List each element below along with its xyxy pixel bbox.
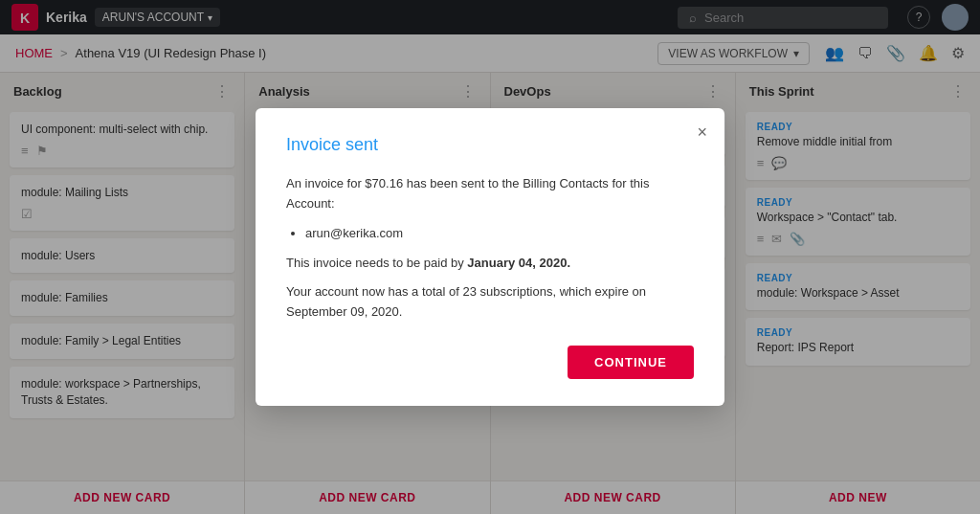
- modal-subscriptions-text: Your account now has a total of 23 subsc…: [286, 282, 694, 323]
- modal-body-line1: An invoice for $70.16 has been sent to t…: [286, 174, 694, 214]
- modal-billing-contacts: arun@kerika.com: [305, 224, 694, 244]
- modal-due-date-text: This invoice needs to be paid by: [286, 256, 467, 270]
- modal-due-date-line: This invoice needs to be paid by January…: [286, 254, 694, 274]
- invoice-modal: Invoice sent × An invoice for $70.16 has…: [256, 108, 724, 406]
- modal-body: An invoice for $70.16 has been sent to t…: [286, 174, 694, 323]
- modal-title: Invoice sent: [286, 135, 694, 155]
- modal-close-button[interactable]: ×: [697, 123, 707, 141]
- continue-button[interactable]: CONTINUE: [568, 346, 694, 379]
- modal-due-date-bold: January 04, 2020.: [467, 256, 570, 270]
- modal-footer: CONTINUE: [286, 346, 694, 379]
- modal-backdrop: Invoice sent × An invoice for $70.16 has…: [0, 0, 980, 514]
- modal-billing-contact: arun@kerika.com: [305, 224, 694, 244]
